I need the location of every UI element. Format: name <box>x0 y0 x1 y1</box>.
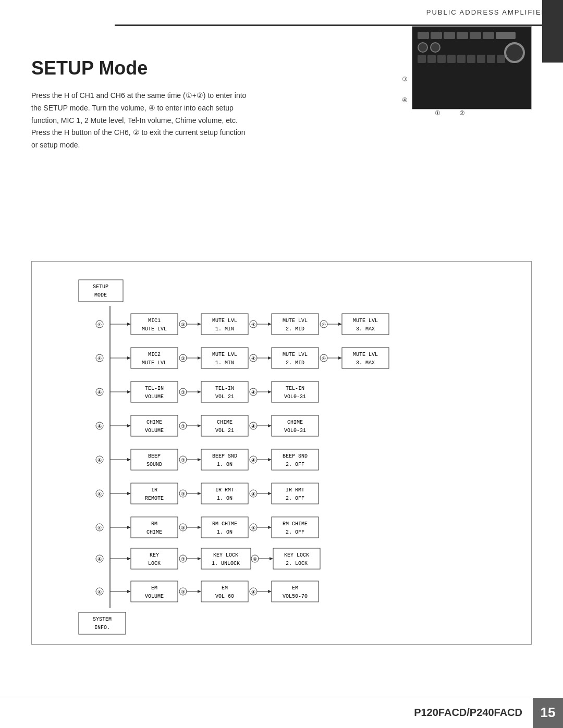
svg-text:1. MIN: 1. MIN <box>215 326 234 332</box>
svg-text:③: ③ <box>181 356 185 362</box>
desc-line4: Press the H button of the CH6, ② to exit… <box>31 128 246 137</box>
svg-text:IR RMT: IR RMT <box>215 487 234 493</box>
svg-marker-28 <box>338 323 342 326</box>
svg-text:CHIME: CHIME <box>146 419 162 425</box>
svg-text:VOL0-31: VOL0-31 <box>284 428 306 434</box>
svg-marker-182 <box>270 557 273 560</box>
svg-text:④: ④ <box>251 458 255 463</box>
svg-text:④: ④ <box>251 323 255 328</box>
setup-description: Press the H of CH1 and CH6 at the same t… <box>31 90 302 152</box>
svg-text:③: ③ <box>181 323 185 328</box>
svg-text:EM: EM <box>151 585 157 591</box>
footer-model: P120FACD/P240FACD <box>414 707 522 719</box>
svg-text:MODE: MODE <box>94 292 107 298</box>
svg-marker-147 <box>127 526 131 529</box>
svg-text:SOUND: SOUND <box>146 462 162 467</box>
header-title: PUBLIC ADDRESS AMPLIFIER <box>426 8 547 16</box>
svg-text:MUTE LVL: MUTE LVL <box>212 318 237 324</box>
svg-text:VOLUME: VOLUME <box>145 428 164 434</box>
svg-marker-161 <box>268 526 272 529</box>
svg-text:③: ③ <box>181 590 185 595</box>
svg-text:④: ④ <box>97 526 102 531</box>
svg-text:3. MAX: 3. MAX <box>356 360 375 366</box>
svg-text:2. OFF: 2. OFF <box>286 529 304 535</box>
svg-text:1. UNLOCK: 1. UNLOCK <box>212 561 240 566</box>
svg-text:④: ④ <box>251 590 255 595</box>
svg-marker-77 <box>268 390 272 393</box>
svg-marker-63 <box>127 390 131 393</box>
svg-marker-70 <box>198 390 201 393</box>
svg-text:REMOTE: REMOTE <box>145 496 164 501</box>
svg-text:LOCK: LOCK <box>148 561 161 566</box>
svg-text:④: ④ <box>251 492 255 497</box>
svg-text:EM: EM <box>292 585 298 591</box>
svg-marker-98 <box>268 424 272 427</box>
svg-text:④: ④ <box>97 424 102 429</box>
svg-text:VOLUME: VOLUME <box>145 394 164 400</box>
svg-marker-175 <box>198 557 201 560</box>
svg-text:③: ③ <box>181 458 185 463</box>
svg-marker-7 <box>127 323 131 326</box>
svg-text:2. MID: 2. MID <box>286 360 304 366</box>
device-image <box>412 26 532 109</box>
svg-text:④: ④ <box>97 356 102 362</box>
desc-line2: the SETUP mode. Turn the volume, ④ to en… <box>31 104 234 112</box>
bottom-bar: P120FACD/P240FACD 15 <box>0 697 563 728</box>
svg-text:④: ④ <box>97 590 102 595</box>
svg-text:VOL0-31: VOL0-31 <box>284 394 306 400</box>
svg-text:MUTE LVL: MUTE LVL <box>212 352 237 357</box>
svg-text:RM CHIME: RM CHIME <box>212 521 237 527</box>
svg-text:④: ④ <box>97 557 102 562</box>
svg-text:2. OFF: 2. OFF <box>286 496 304 501</box>
flow-diagram-svg: SETUP MODE ④ <box>47 275 517 629</box>
svg-rect-1 <box>79 280 123 302</box>
svg-text:CHIME: CHIME <box>217 419 232 425</box>
svg-text:KEY: KEY <box>150 552 159 558</box>
svg-text:SYSTEM: SYSTEM <box>93 616 112 622</box>
svg-marker-91 <box>198 424 201 427</box>
svg-text:④: ④ <box>97 323 102 328</box>
svg-text:MIC1: MIC1 <box>148 318 161 324</box>
svg-marker-133 <box>198 492 201 495</box>
footer-page: 15 <box>533 698 563 728</box>
svg-text:④: ④ <box>251 356 255 362</box>
annotation-2: ② <box>459 109 465 117</box>
svg-text:CHIME: CHIME <box>146 529 162 535</box>
page: PUBLIC ADDRESS AMPLIFIER SETUP Mode Pres… <box>0 0 563 728</box>
annotation-1: ① <box>435 109 440 117</box>
svg-marker-21 <box>268 323 272 326</box>
svg-text:③: ③ <box>181 390 185 396</box>
svg-text:③: ③ <box>181 526 185 531</box>
svg-text:2. MID: 2. MID <box>286 326 304 332</box>
svg-text:MUTE LVL: MUTE LVL <box>353 318 378 324</box>
svg-marker-168 <box>127 557 131 560</box>
svg-text:BEEP SND: BEEP SND <box>283 453 308 459</box>
desc-line5: or setup mode. <box>31 141 80 149</box>
svg-marker-154 <box>198 526 201 529</box>
svg-marker-189 <box>127 590 131 593</box>
svg-text:2. OFF: 2. OFF <box>286 462 304 467</box>
svg-text:VOL 60: VOL 60 <box>215 594 234 599</box>
svg-text:IR RMT: IR RMT <box>286 487 304 493</box>
top-header: PUBLIC ADDRESS AMPLIFIER <box>115 0 563 26</box>
svg-text:③: ③ <box>181 557 185 562</box>
desc-line3: function, MIC 1, 2 Mute level, Tel-In vo… <box>31 116 238 125</box>
svg-text:MUTE LVL: MUTE LVL <box>353 352 378 357</box>
svg-text:1. ON: 1. ON <box>217 529 232 535</box>
svg-text:④: ④ <box>322 323 326 328</box>
svg-text:TEL-IN: TEL-IN <box>286 386 304 391</box>
svg-text:KEY LOCK: KEY LOCK <box>213 552 238 558</box>
svg-text:④: ④ <box>97 390 102 396</box>
svg-text:③: ③ <box>181 424 185 429</box>
svg-text:④: ④ <box>322 356 326 362</box>
svg-text:④: ④ <box>253 557 257 562</box>
annotation-4: ④ <box>402 96 408 104</box>
svg-text:CHIME: CHIME <box>287 419 303 425</box>
desc-line1: Press the H of CH1 and CH6 at the same t… <box>31 91 246 100</box>
svg-text:KEY LOCK: KEY LOCK <box>284 552 309 558</box>
svg-text:④: ④ <box>97 458 102 463</box>
svg-marker-42 <box>198 356 201 360</box>
svg-marker-49 <box>268 356 272 360</box>
svg-text:INFO.: INFO. <box>94 625 110 631</box>
svg-text:BEEP: BEEP <box>148 453 161 459</box>
